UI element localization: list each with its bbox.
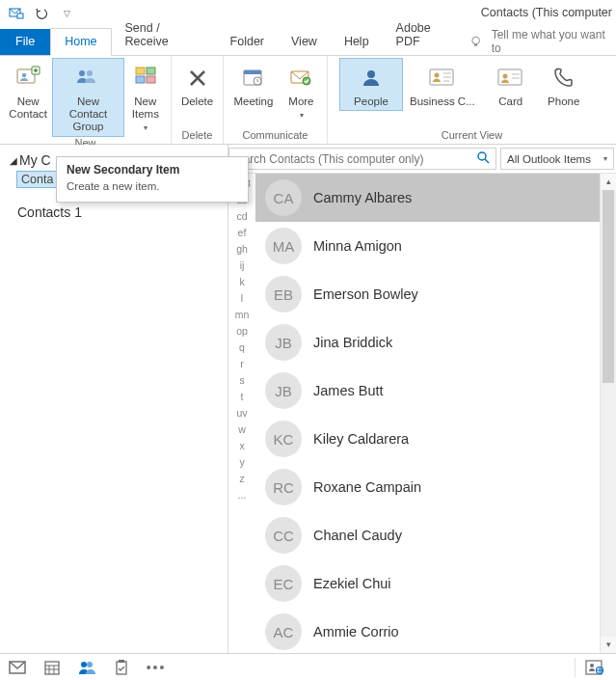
- tab-help[interactable]: Help: [331, 29, 383, 55]
- search-input[interactable]: [237, 152, 474, 166]
- meeting-button[interactable]: Meeting: [228, 58, 280, 111]
- contact-name: Minna Amigon: [313, 238, 402, 254]
- svg-point-18: [367, 70, 375, 78]
- delete-button[interactable]: Delete: [175, 58, 219, 111]
- folder-pane: ◢My C Conta Contacts 1: [0, 145, 228, 653]
- contact-row[interactable]: CCChanel Caudy: [255, 511, 616, 559]
- alpha-q[interactable]: q: [228, 341, 255, 358]
- view-card-button[interactable]: Card: [482, 58, 540, 111]
- view-people-label: People: [354, 95, 388, 108]
- alpha-index[interactable]: 123abcdefghijklmnopqrstuvwxyz...: [228, 174, 255, 653]
- tab-send-receive[interactable]: Send / Receive: [112, 15, 217, 55]
- tooltip-new-secondary-item: New Secondary Item Create a new item.: [56, 156, 249, 203]
- qat-undo-icon[interactable]: [31, 3, 52, 24]
- nav-mail-icon[interactable]: [0, 654, 35, 681]
- svg-rect-3: [475, 44, 478, 46]
- ribbon-group-current-view-label: Current View: [328, 129, 616, 144]
- alpha-gh[interactable]: gh: [228, 243, 255, 259]
- avatar: EB: [265, 276, 302, 313]
- svg-point-37: [87, 662, 93, 667]
- alpha-l[interactable]: l: [228, 292, 255, 309]
- alpha-op[interactable]: op: [228, 325, 255, 341]
- delete-icon: [182, 63, 213, 94]
- alpha-cd[interactable]: cd: [228, 210, 255, 227]
- new-items-label: New Items▾: [131, 95, 160, 134]
- svg-rect-12: [147, 76, 155, 83]
- qat-customize-icon[interactable]: ▽: [56, 3, 77, 24]
- alpha-...[interactable]: ...: [228, 489, 255, 505]
- alpha-ef[interactable]: ef: [228, 227, 255, 243]
- alpha-ij[interactable]: ij: [228, 259, 255, 276]
- svg-point-41: [590, 664, 594, 667]
- contact-name: Kiley Caldarera: [313, 431, 409, 447]
- new-items-button[interactable]: New Items▾: [124, 58, 167, 137]
- scroll-up-icon[interactable]: ▴: [601, 174, 616, 190]
- tooltip-body: Create a new item.: [67, 180, 238, 192]
- alpha-y[interactable]: y: [228, 456, 255, 473]
- contact-row[interactable]: JBJina Briddick: [255, 318, 616, 367]
- svg-rect-14: [244, 70, 261, 74]
- contact-row[interactable]: MAMinna Amigon: [255, 222, 616, 270]
- alpha-uv[interactable]: uv: [228, 407, 255, 423]
- alpha-z[interactable]: z: [228, 473, 255, 489]
- svg-rect-39: [119, 660, 124, 663]
- alpha-s[interactable]: s: [228, 374, 255, 391]
- filter-label: All Outlook Items: [507, 153, 591, 165]
- svg-point-7: [79, 70, 85, 76]
- contact-row[interactable]: CACammy Albares: [255, 174, 616, 222]
- nav-address-book-icon[interactable]: [577, 654, 612, 681]
- scroll-down-icon[interactable]: ▾: [601, 637, 616, 653]
- alpha-mn[interactable]: mn: [228, 309, 255, 325]
- svg-point-20: [434, 73, 439, 78]
- new-contact-icon: [13, 63, 43, 94]
- people-view-icon: [356, 63, 387, 94]
- nav-calendar-icon[interactable]: [35, 654, 69, 681]
- contact-row[interactable]: JBJames Butt: [255, 367, 616, 415]
- alpha-t[interactable]: t: [228, 391, 255, 407]
- svg-point-8: [87, 70, 93, 76]
- contact-row[interactable]: KCKiley Caldarera: [255, 415, 616, 463]
- more-communicate-button[interactable]: More▾: [280, 58, 323, 123]
- tell-me[interactable]: Tell me what you want to: [469, 28, 616, 55]
- contact-name: James Butt: [313, 383, 384, 398]
- nav-people-icon[interactable]: [69, 654, 104, 681]
- new-items-icon: [130, 63, 161, 94]
- more-communicate-label: More▾: [288, 95, 313, 121]
- contact-row[interactable]: ECEzekiel Chui: [255, 559, 616, 608]
- view-business-card-label: Business C...: [410, 95, 475, 108]
- qat-send-receive-icon[interactable]: [6, 3, 27, 24]
- svg-point-28: [478, 152, 486, 160]
- delete-label: Delete: [181, 95, 213, 108]
- view-phone-button[interactable]: Phone: [540, 58, 588, 111]
- tab-view[interactable]: View: [278, 29, 331, 55]
- window-title: Contacts (This computer: [481, 6, 612, 19]
- new-contact-group-button[interactable]: New Contact Group: [52, 58, 123, 137]
- scroll-thumb[interactable]: [603, 190, 614, 383]
- alpha-r[interactable]: r: [228, 358, 255, 374]
- search-box[interactable]: [228, 148, 496, 170]
- alpha-k[interactable]: k: [228, 276, 255, 292]
- contact-row[interactable]: EBEmerson Bowley: [255, 270, 616, 318]
- avatar: CC: [265, 517, 302, 554]
- tab-folder[interactable]: Folder: [217, 29, 278, 55]
- alpha-w[interactable]: w: [228, 423, 255, 440]
- contact-row[interactable]: RCRoxane Campain: [255, 463, 616, 511]
- alpha-x[interactable]: x: [228, 440, 255, 456]
- search-icon[interactable]: [474, 150, 492, 167]
- avatar: AC: [265, 613, 302, 650]
- nav-tasks-icon[interactable]: [104, 654, 139, 681]
- svg-rect-38: [117, 662, 126, 674]
- new-contact-button[interactable]: New Contact: [4, 58, 52, 123]
- nav-more-icon[interactable]: •••: [139, 654, 174, 681]
- ribbon-tabs: File Home Send / Receive Folder View Hel…: [0, 27, 616, 56]
- view-business-card-button[interactable]: Business C...: [403, 58, 482, 111]
- tab-adobe-pdf[interactable]: Adobe PDF: [383, 15, 469, 55]
- contact-row[interactable]: ACAmmie Corrio: [255, 608, 616, 653]
- filter-dropdown[interactable]: All Outlook Items ▾: [500, 148, 614, 170]
- tab-file[interactable]: File: [0, 29, 50, 55]
- view-people-button[interactable]: People: [339, 58, 403, 111]
- business-card-icon: [427, 63, 458, 94]
- scrollbar[interactable]: ▴ ▾: [600, 174, 616, 653]
- tab-home[interactable]: Home: [50, 28, 111, 56]
- svg-point-25: [502, 74, 507, 79]
